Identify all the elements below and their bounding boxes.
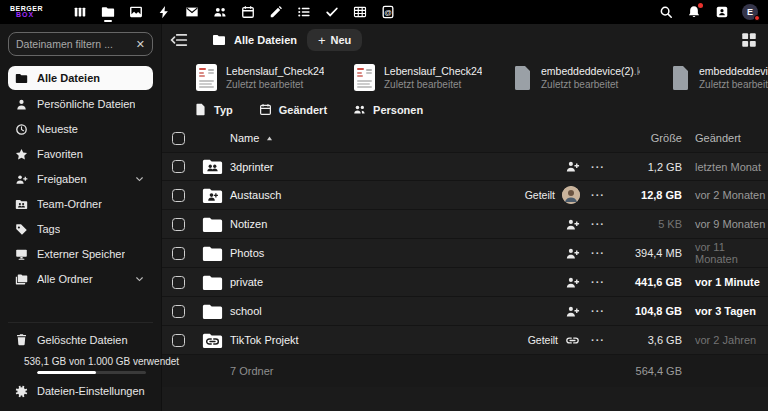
sidebar-item-label: Alle Ordner xyxy=(37,273,93,285)
sidebar-item-geloeschte-dateien[interactable]: Gelöschte Dateien xyxy=(8,329,153,351)
tasks-app-icon[interactable] xyxy=(296,3,311,21)
column-header-size[interactable]: Größe xyxy=(616,132,682,144)
sidebar-toggle-icon[interactable] xyxy=(170,31,188,49)
row-checkbox[interactable] xyxy=(172,247,185,260)
recent-file-name: embeddeddevice(1) xyxy=(699,65,768,77)
shared-label: Geteilt xyxy=(528,334,558,346)
checks-app-icon[interactable] xyxy=(324,3,339,21)
chevron-down-icon[interactable] xyxy=(133,274,146,284)
notifications-bell-icon[interactable] xyxy=(686,4,702,20)
share-person-plus-icon[interactable] xyxy=(565,218,580,231)
activity-app-icon[interactable] xyxy=(156,3,171,21)
clock-icon xyxy=(15,123,28,136)
row-checkbox[interactable] xyxy=(172,218,185,231)
row-checkbox[interactable] xyxy=(172,276,185,289)
tables-app-icon[interactable] xyxy=(352,3,367,21)
search-icon[interactable] xyxy=(658,4,674,20)
breadcrumb[interactable]: Alle Dateien xyxy=(212,34,297,46)
select-all-checkbox[interactable] xyxy=(172,132,185,145)
recent-file-subtitle: Zuletzt bearbeitet xyxy=(541,78,640,91)
sidebar-item-dateien-einstellungen[interactable]: Dateien-Einstellungen xyxy=(8,380,153,402)
file-name[interactable]: 3dprinter xyxy=(230,161,440,173)
file-name[interactable]: private xyxy=(230,276,440,288)
actions-menu-icon[interactable]: ··· xyxy=(580,247,616,259)
top-bar: BERGER BOX @ E xyxy=(0,0,768,24)
row-checkbox[interactable] xyxy=(172,189,185,202)
sidebar-item-neueste[interactable]: Neueste xyxy=(8,118,153,140)
folder-icon xyxy=(212,34,226,46)
row-checkbox[interactable] xyxy=(172,305,185,318)
photos-app-icon[interactable] xyxy=(128,3,143,21)
actions-menu-icon[interactable]: ··· xyxy=(580,189,616,201)
user-avatar[interactable]: E xyxy=(742,4,758,20)
actions-menu-icon[interactable]: ··· xyxy=(580,334,616,346)
filter-chip-geaendert[interactable]: Geändert xyxy=(259,103,327,116)
recent-file-card[interactable]: Lebenslauf_Check24.pdfZuletzt bearbeitet xyxy=(196,64,324,91)
file-name[interactable]: school xyxy=(230,305,440,317)
column-header-modified[interactable]: Geändert xyxy=(682,132,768,144)
sidebar-item-label: Persönliche Dateien xyxy=(37,98,135,110)
sidebar-item-label: Gelöschte Dateien xyxy=(37,334,128,346)
table-row[interactable]: 3dprinter ··· 1,2 GB letzten Monat xyxy=(162,152,768,181)
recent-file-name: Lebenslauf_Check24 xyxy=(384,65,482,77)
new-button[interactable]: + Neu xyxy=(307,29,362,51)
chevron-down-icon[interactable] xyxy=(133,174,146,184)
file-name[interactable]: Austausch xyxy=(230,189,440,201)
table-row[interactable]: Notizen ··· 5 KB vor 9 Monaten xyxy=(162,210,768,239)
file-size: 12,8 GB xyxy=(616,189,682,201)
sidebar-item-persoenliche-dateien[interactable]: Persönliche Dateien xyxy=(8,93,153,115)
folder-icon xyxy=(202,216,223,233)
table-row[interactable]: school ··· 104,8 GB vor 3 Tagen xyxy=(162,297,768,326)
sidebar-item-alle-dateien[interactable]: Alle Dateien xyxy=(8,66,153,90)
share-link-icon[interactable] xyxy=(565,334,580,347)
files-app-icon[interactable] xyxy=(100,3,115,21)
recent-file-card[interactable]: embeddeddevice(2).kvZuletzt bearbeitet xyxy=(512,64,640,91)
file-modified: vor 9 Monaten xyxy=(682,218,768,230)
contacts-menu-icon[interactable] xyxy=(714,4,730,20)
filter-chip-typ[interactable]: Typ xyxy=(194,103,233,116)
sharee-avatar[interactable] xyxy=(562,186,580,204)
table-row[interactable]: Photos ··· 394,4 MB vor 11 Monaten xyxy=(162,239,768,268)
sidebar-item-tags[interactable]: Tags xyxy=(8,218,153,240)
row-checkbox[interactable] xyxy=(172,160,185,173)
column-header-name[interactable]: Name xyxy=(230,132,440,144)
filename-filter: ✕ xyxy=(8,32,153,56)
notes-app-icon[interactable] xyxy=(268,3,283,21)
sidebar-item-favoriten[interactable]: Favoriten xyxy=(8,143,153,165)
app-logo[interactable]: BERGER BOX xyxy=(10,6,52,18)
share-person-plus-icon[interactable] xyxy=(565,247,580,260)
forms-app-icon[interactable]: @ xyxy=(380,3,395,21)
file-size: 104,8 GB xyxy=(616,305,682,317)
file-name[interactable]: Notizen xyxy=(230,218,440,230)
share-person-plus-icon[interactable] xyxy=(565,160,580,173)
share-person-plus-icon[interactable] xyxy=(565,305,580,318)
actions-menu-icon[interactable]: ··· xyxy=(580,305,616,317)
table-row[interactable]: private ··· 441,6 GB vor 1 Minute xyxy=(162,268,768,297)
table-row[interactable]: TikTok Projekt Geteilt ··· 3,6 GB vor 2 … xyxy=(162,326,768,355)
sidebar-item-label: Neueste xyxy=(37,123,78,135)
mail-app-icon[interactable] xyxy=(184,3,199,21)
sidebar-item-team-ordner[interactable]: Team-Ordner xyxy=(8,193,153,215)
clear-filter-icon[interactable]: ✕ xyxy=(136,39,145,50)
recent-file-card[interactable]: Lebenslauf_Check24.docxZuletzt bearbeite… xyxy=(354,64,482,91)
share-person-plus-icon[interactable] xyxy=(565,276,580,289)
actions-menu-icon[interactable]: ··· xyxy=(580,276,616,288)
file-name[interactable]: TikTok Projekt xyxy=(230,334,440,346)
sidebar-item-alle-ordner[interactable]: Alle Ordner xyxy=(8,268,153,290)
calendar-app-icon[interactable] xyxy=(240,3,255,21)
actions-menu-icon[interactable]: ··· xyxy=(580,218,616,230)
file-name[interactable]: Photos xyxy=(230,247,440,259)
actions-menu-icon[interactable]: ··· xyxy=(580,161,616,173)
row-checkbox[interactable] xyxy=(172,334,185,347)
storage-quota[interactable]: 536,1 GB von 1.000 GB verwendet xyxy=(8,354,153,381)
sidebar-item-externer-speicher[interactable]: Externer Speicher xyxy=(8,243,153,265)
recent-file-card[interactable]: embeddeddevice(1).kvZuletzt bearbeitet xyxy=(670,64,768,91)
filename-filter-input[interactable] xyxy=(16,38,136,50)
table-row[interactable]: Austausch Geteilt ··· 12,8 GB vor 2 Mona… xyxy=(162,181,768,210)
grid-view-toggle-icon[interactable] xyxy=(740,31,758,49)
trash-icon xyxy=(15,333,28,346)
contacts-app-icon[interactable] xyxy=(212,3,227,21)
filter-chip-personen[interactable]: Personen xyxy=(353,103,423,116)
sidebar-item-freigaben[interactable]: Freigaben xyxy=(8,168,153,190)
dashboard-app-icon[interactable] xyxy=(72,3,87,21)
